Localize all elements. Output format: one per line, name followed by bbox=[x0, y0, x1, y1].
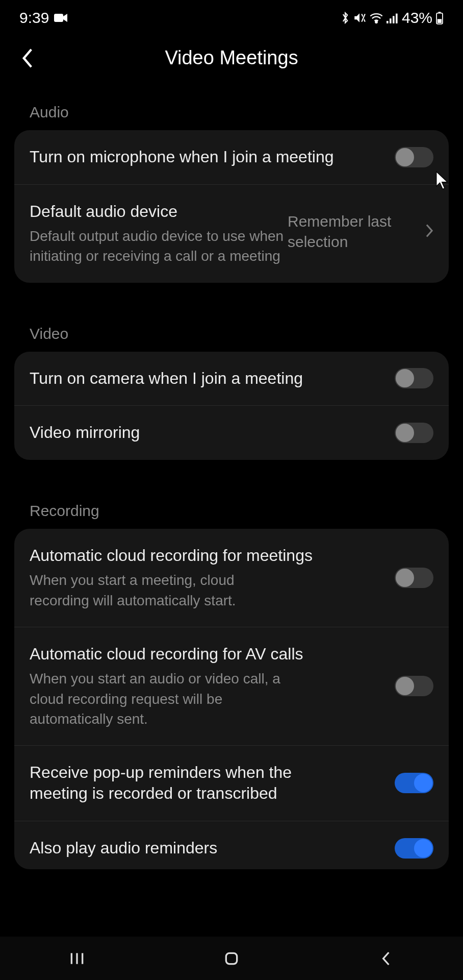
row-auto-cloud-av[interactable]: Automatic cloud recording for AV calls W… bbox=[14, 627, 449, 746]
toggle-video-mirroring[interactable] bbox=[395, 423, 433, 443]
row-title: Video mirroring bbox=[30, 422, 395, 444]
svg-point-4 bbox=[375, 21, 377, 23]
page-title: Video Meetings bbox=[15, 47, 448, 69]
row-title: Also play audio reminders bbox=[30, 838, 395, 859]
signal-icon bbox=[387, 12, 399, 23]
nav-back[interactable] bbox=[371, 943, 401, 974]
section-header-recording: Recording bbox=[14, 488, 449, 529]
chevron-right-icon bbox=[425, 224, 433, 240]
toggle-popup-reminders[interactable] bbox=[395, 773, 433, 793]
row-title: Automatic cloud recording for AV calls bbox=[30, 644, 395, 665]
back-button[interactable] bbox=[20, 47, 35, 69]
recording-card: Automatic cloud recording for meetings W… bbox=[14, 529, 449, 869]
nav-home[interactable] bbox=[216, 943, 247, 974]
audio-card: Turn on microphone when I join a meeting… bbox=[14, 130, 449, 283]
nav-recents[interactable] bbox=[62, 943, 92, 974]
row-popup-reminders[interactable]: Receive pop-up reminders when the meetin… bbox=[14, 746, 449, 821]
status-time: 9:39 bbox=[19, 9, 49, 27]
row-value: Remember last selection bbox=[288, 211, 415, 253]
svg-rect-11 bbox=[438, 19, 442, 23]
row-subtitle: Default output audio device to use when … bbox=[30, 226, 288, 266]
camera-recorder-icon bbox=[54, 13, 68, 23]
toggle-mic-on-join[interactable] bbox=[395, 147, 433, 167]
svg-rect-15 bbox=[226, 953, 237, 964]
row-title: Default audio device bbox=[30, 201, 288, 223]
section-header-audio: Audio bbox=[14, 89, 449, 130]
bluetooth-icon bbox=[341, 11, 350, 25]
mute-icon bbox=[353, 11, 366, 24]
row-title: Turn on microphone when I join a meeting bbox=[30, 146, 395, 168]
nav-bar bbox=[0, 937, 463, 980]
svg-rect-8 bbox=[396, 14, 398, 23]
toggle-audio-reminders[interactable] bbox=[395, 838, 433, 859]
content: Audio Turn on microphone when I join a m… bbox=[0, 89, 463, 869]
row-default-audio[interactable]: Default audio device Default output audi… bbox=[14, 185, 449, 283]
row-subtitle: When you start an audio or video call, a… bbox=[30, 669, 295, 729]
row-auto-cloud-meetings[interactable]: Automatic cloud recording for meetings W… bbox=[14, 529, 449, 627]
row-audio-reminders[interactable]: Also play audio reminders bbox=[14, 821, 449, 869]
battery-percent: 43% bbox=[402, 9, 432, 27]
svg-rect-6 bbox=[390, 18, 392, 23]
toggle-auto-cloud-meetings[interactable] bbox=[395, 568, 433, 588]
row-title: Turn on camera when I join a meeting bbox=[30, 368, 395, 389]
row-video-mirroring[interactable]: Video mirroring bbox=[14, 406, 449, 460]
svg-rect-10 bbox=[439, 12, 441, 13]
row-title: Receive pop-up reminders when the meetin… bbox=[30, 762, 310, 804]
wifi-icon bbox=[369, 12, 383, 23]
svg-rect-7 bbox=[393, 16, 395, 23]
row-subtitle: When you start a meeting, cloud recordin… bbox=[30, 570, 295, 610]
video-card: Turn on camera when I join a meeting Vid… bbox=[14, 352, 449, 460]
battery-icon bbox=[435, 11, 444, 24]
row-mic-on-join[interactable]: Turn on microphone when I join a meeting bbox=[14, 130, 449, 185]
row-title: Automatic cloud recording for meetings bbox=[30, 545, 395, 567]
svg-rect-0 bbox=[54, 14, 63, 22]
section-header-video: Video bbox=[14, 311, 449, 352]
toggle-camera-on-join[interactable] bbox=[395, 368, 433, 388]
row-camera-on-join[interactable]: Turn on camera when I join a meeting bbox=[14, 352, 449, 406]
status-bar: 9:39 43% bbox=[0, 0, 463, 32]
toggle-auto-cloud-av[interactable] bbox=[395, 676, 433, 696]
header: Video Meetings bbox=[0, 32, 463, 89]
svg-rect-5 bbox=[387, 21, 389, 23]
